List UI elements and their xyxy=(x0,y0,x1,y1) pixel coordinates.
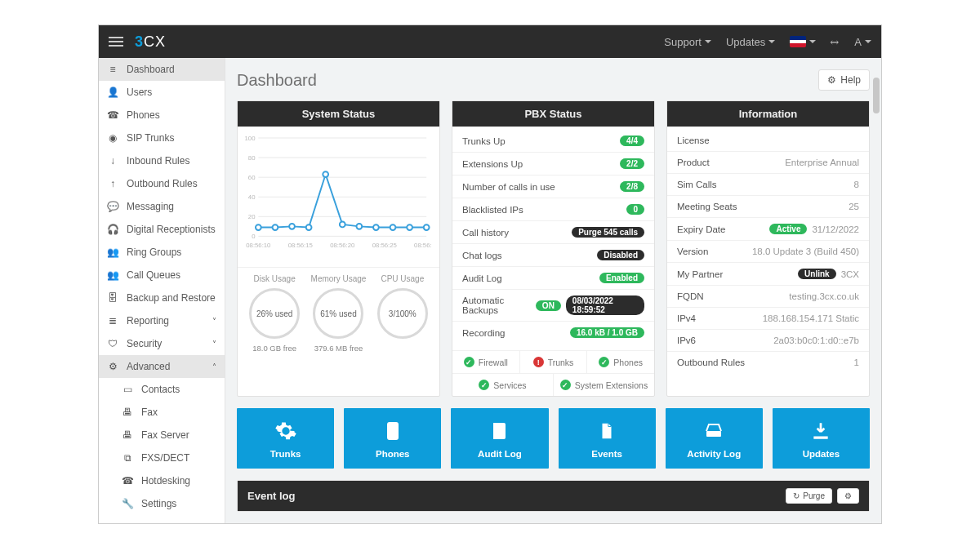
sidebar-item-digital-receptionists[interactable]: 🎧 Digital Receptionists xyxy=(99,218,225,241)
support-menu[interactable]: Support xyxy=(664,36,711,48)
status-cell[interactable]: ✓Services xyxy=(452,374,553,396)
row-label: License xyxy=(677,136,710,145)
language-menu[interactable] xyxy=(790,36,816,47)
svg-point-19 xyxy=(289,224,295,229)
shield-icon: 🛡 xyxy=(107,338,118,349)
sidebar-item-label: Messaging xyxy=(127,201,174,212)
status-badge[interactable]: Active xyxy=(769,224,807,234)
tile-activity-log[interactable]: Activity Log xyxy=(666,408,763,469)
info-row: License xyxy=(667,130,869,151)
status-cell[interactable]: !Trunks xyxy=(519,351,587,373)
main-content: Dashboard ⚙ Help System Status 020406080… xyxy=(225,58,881,523)
sidebar-item-fax[interactable]: 🖶 Fax xyxy=(99,401,225,424)
sidebar-item-ring-groups[interactable]: 👥 Ring Groups xyxy=(99,241,225,264)
updates-menu[interactable]: Updates xyxy=(726,36,775,48)
ring-icon: 3/100% xyxy=(377,288,428,339)
sidebar-item-reporting[interactable]: ≣ Reporting˅ xyxy=(99,309,225,332)
print-icon: 🖶 xyxy=(122,429,133,441)
status-badge[interactable]: Enabled xyxy=(599,273,644,283)
sidebar-item-outbound-rules[interactable]: ↑ Outbound Rules xyxy=(99,172,225,195)
status-cell[interactable]: ✓Firewall xyxy=(452,351,519,373)
row-label: Trunks Up xyxy=(462,136,506,146)
scrollbar[interactable] xyxy=(873,58,880,522)
sidebar-item-label: Fax Server xyxy=(141,429,189,441)
sidebar-item-label: Digital Receptionists xyxy=(127,224,216,235)
hamburger-icon[interactable] xyxy=(109,34,123,49)
sidebar-item-settings[interactable]: 🔧 Settings xyxy=(99,492,225,515)
status-badge[interactable]: 08/03/2022 18:59:52 xyxy=(566,295,644,315)
sidebar-item-fxs-dect[interactable]: ⧉ FXS/DECT xyxy=(99,447,225,469)
status-cell[interactable]: ✓Phones xyxy=(586,351,654,373)
check-icon: ✓ xyxy=(464,357,474,367)
tile-trunks[interactable]: Trunks xyxy=(237,408,334,469)
sidebar-item-messaging[interactable]: 💬 Messaging xyxy=(99,195,225,218)
chat-icon: 💬 xyxy=(107,201,118,212)
row-label: Automatic Backups xyxy=(462,295,536,315)
help-button[interactable]: ⚙ Help xyxy=(818,69,870,91)
svg-text:40: 40 xyxy=(248,193,256,201)
info-row: Outbound Rules1 xyxy=(667,351,869,373)
pbx-row: Chat logsDisabled xyxy=(452,243,654,266)
sidebar-item-label: Outbound Rules xyxy=(127,178,198,189)
sidebar-item-security[interactable]: 🛡 Security˅ xyxy=(99,332,225,355)
event-log-settings-button[interactable]: ⚙ xyxy=(837,488,859,504)
check-icon: ✓ xyxy=(599,357,609,367)
row-value: 8 xyxy=(854,180,859,189)
status-cell[interactable]: ✓System Extensions xyxy=(553,374,654,396)
info-row: FQDNtesting.3cx.co.uk xyxy=(667,285,869,307)
card-header: PBX Status xyxy=(452,101,654,127)
tile-updates[interactable]: Updates xyxy=(773,408,870,469)
row-label: My Partner xyxy=(677,269,723,279)
status-badge[interactable]: 4/4 xyxy=(620,136,644,146)
sidebar-item-advanced[interactable]: ⚙ Advanced˄ xyxy=(99,355,225,378)
sidebar-item-label: Reporting xyxy=(127,315,169,327)
row-value: 188.168.154.171 Static xyxy=(763,313,859,323)
sidebar-item-label: SIP Trunks xyxy=(127,132,174,144)
row-label: Version xyxy=(677,247,708,256)
tile-label: Audit Log xyxy=(456,449,543,459)
system-status-card: System Status 02040608010008:56:1008:56:… xyxy=(237,100,440,397)
row-label: IPv4 xyxy=(677,313,696,323)
row-label: Outbound Rules xyxy=(677,358,745,367)
sidebar-item-call-queues[interactable]: 👥 Call Queues xyxy=(99,264,225,287)
status-badge[interactable]: 2/2 xyxy=(620,158,644,169)
svg-point-20 xyxy=(306,224,312,230)
status-badge[interactable]: Unlink xyxy=(798,269,836,279)
information-card: Information LicenseProductEnterprise Ann… xyxy=(666,100,870,397)
sidebar-item-phones[interactable]: ☎ Phones xyxy=(99,104,225,127)
sidebar-item-hotdesking[interactable]: ☎ Hotdesking xyxy=(99,469,225,492)
sidebar-item-backup-and-restore[interactable]: 🗄 Backup and Restore xyxy=(99,287,225,309)
sidebar-item-label: Security xyxy=(127,338,162,349)
memory-gauge: Memory Usage 61% used 379.6 MB free xyxy=(306,274,370,353)
font-size-menu[interactable]: A xyxy=(854,36,871,48)
status-badge[interactable]: Disabled xyxy=(597,250,644,260)
sidebar-item-inbound-rules[interactable]: ↓ Inbound Rules xyxy=(99,149,225,172)
status-badge[interactable]: Purge 545 calls xyxy=(572,227,644,238)
sidebar-item-fax-server[interactable]: 🖶 Fax Server xyxy=(99,424,225,447)
pbx-row: Blacklisted IPs0 xyxy=(452,198,654,220)
tile-audit-log[interactable]: Audit Log xyxy=(451,408,548,469)
sidebar-item-users[interactable]: 👤 Users xyxy=(99,81,225,104)
event-log-title: Event log xyxy=(247,490,296,502)
svg-text:08:56:25: 08:56:25 xyxy=(372,242,397,249)
row-label: Call history xyxy=(462,228,509,238)
status-badge[interactable]: 2/8 xyxy=(620,181,644,192)
sidebar-item-contacts[interactable]: ▭ Contacts xyxy=(99,378,225,401)
status-badge[interactable]: 0 xyxy=(626,204,644,215)
purge-button[interactable]: ↻Purge xyxy=(786,488,832,504)
status-badge[interactable]: ON xyxy=(536,300,561,311)
sidebar-item-dashboard[interactable]: ≡ Dashboard xyxy=(99,58,225,81)
user-icon: 👤 xyxy=(107,87,118,98)
tile-events[interactable]: Events xyxy=(559,408,656,469)
sidebar-item-sip-trunks[interactable]: ◉ SIP Trunks xyxy=(99,127,225,149)
scrollbar-thumb[interactable] xyxy=(873,78,880,113)
sidebar-item-label: Advanced xyxy=(127,361,170,372)
row-label: Sim Calls xyxy=(677,180,717,189)
svg-point-22 xyxy=(340,222,345,228)
tile-phones[interactable]: Phones xyxy=(344,408,441,469)
status-badge[interactable]: 16.0 kB / 1.0 GB xyxy=(570,327,644,338)
headset-icon: 🎧 xyxy=(107,224,118,235)
sidebar-item-label: Backup and Restore xyxy=(127,292,216,304)
fullscreen-button[interactable]: ⤢ xyxy=(831,36,840,48)
chevron-down-icon: ˅ xyxy=(212,317,216,326)
